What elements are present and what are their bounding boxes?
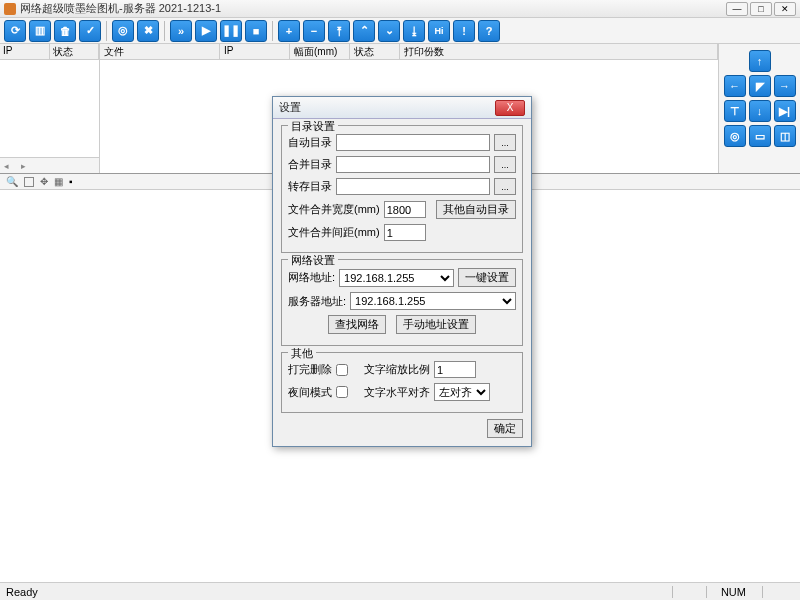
dialog-titlebar[interactable]: 设置 X bbox=[273, 97, 531, 119]
minimize-button[interactable]: — bbox=[726, 2, 748, 16]
col-width: 幅面(mm) bbox=[290, 44, 350, 59]
fast-forward-icon[interactable]: » bbox=[170, 20, 192, 42]
auto-dir-browse-button[interactable]: ... bbox=[494, 134, 516, 151]
other-auto-dir-button[interactable]: 其他自动目录 bbox=[436, 200, 516, 219]
delete-icon[interactable]: 🗑 bbox=[54, 20, 76, 42]
move-up-icon[interactable]: ⭱ bbox=[328, 20, 350, 42]
stop-icon[interactable]: ■ bbox=[245, 20, 267, 42]
dialog-close-button[interactable]: X bbox=[495, 100, 525, 116]
merge-dir-input[interactable] bbox=[336, 156, 490, 173]
auto-dir-input[interactable] bbox=[336, 134, 490, 151]
merge-dir-browse-button[interactable]: ... bbox=[494, 156, 516, 173]
network-group: 网络设置 网络地址: 192.168.1.255 一键设置 服务器地址: 192… bbox=[281, 259, 523, 346]
nav-panel: ↑ ← ◤ → ⊤ ↓ ▶| ◎ ▭ ◫ bbox=[718, 44, 800, 173]
zoom-icon[interactable]: 🔍 bbox=[6, 176, 18, 187]
settings-dialog: 设置 X 目录设置 自动目录 ... 合并目录 ... 转存目录 ... 文件合… bbox=[272, 96, 532, 447]
one-click-button[interactable]: 一键设置 bbox=[458, 268, 516, 287]
window-titlebar: 网络超级喷墨绘图机-服务器 2021-1213-1 — □ ✕ bbox=[0, 0, 800, 18]
hi-button[interactable]: Hi bbox=[428, 20, 450, 42]
fit-icon[interactable] bbox=[24, 177, 34, 187]
col-copies: 打印份数 bbox=[400, 44, 718, 59]
directory-group: 目录设置 自动目录 ... 合并目录 ... 转存目录 ... 文件合并宽度(m… bbox=[281, 125, 523, 253]
status-blank1 bbox=[672, 586, 704, 598]
nav-top-icon[interactable]: ⊤ bbox=[724, 100, 746, 122]
nav-center-icon[interactable]: ◤ bbox=[749, 75, 771, 97]
expand-down-icon[interactable]: ⌄ bbox=[378, 20, 400, 42]
manual-addr-button[interactable]: 手动地址设置 bbox=[396, 315, 476, 334]
col-status2: 状态 bbox=[350, 44, 400, 59]
save-dir-browse-button[interactable]: ... bbox=[494, 178, 516, 195]
nav-rect-icon[interactable]: ▭ bbox=[749, 125, 771, 147]
col-status: 状态 bbox=[50, 44, 100, 59]
device-list-footer: ◂▸ bbox=[0, 157, 99, 173]
status-num: NUM bbox=[706, 586, 760, 598]
merge-width-label: 文件合并宽度(mm) bbox=[288, 202, 380, 217]
close-button[interactable]: ✕ bbox=[774, 2, 796, 16]
network-group-label: 网络设置 bbox=[288, 253, 338, 268]
nav-origin-icon[interactable]: ◎ bbox=[724, 125, 746, 147]
save-dir-label: 转存目录 bbox=[288, 179, 332, 194]
collapse-up-icon[interactable]: ⌃ bbox=[353, 20, 375, 42]
night-mode-checkbox[interactable] bbox=[336, 386, 348, 398]
nav-end-icon[interactable]: ▶| bbox=[774, 100, 796, 122]
nav-left-icon[interactable]: ← bbox=[724, 75, 746, 97]
night-mode-label: 夜间模式 bbox=[288, 385, 332, 400]
help-icon[interactable]: ? bbox=[478, 20, 500, 42]
merge-dir-label: 合并目录 bbox=[288, 157, 332, 172]
text-align-label: 文字水平对齐 bbox=[364, 385, 430, 400]
device-list-body[interactable] bbox=[0, 60, 99, 157]
nav-doc-icon[interactable]: ◫ bbox=[774, 125, 796, 147]
merge-gap-input[interactable] bbox=[384, 224, 426, 241]
maximize-button[interactable]: □ bbox=[750, 2, 772, 16]
nav-right-icon[interactable]: → bbox=[774, 75, 796, 97]
dialog-title: 设置 bbox=[279, 100, 495, 115]
text-scale-label: 文字缩放比例 bbox=[364, 362, 430, 377]
columns-icon[interactable]: ▥ bbox=[29, 20, 51, 42]
target-icon[interactable]: ◎ bbox=[112, 20, 134, 42]
app-icon bbox=[4, 3, 16, 15]
find-network-button[interactable]: 查找网络 bbox=[328, 315, 386, 334]
window-title: 网络超级喷墨绘图机-服务器 2021-1213-1 bbox=[20, 1, 726, 16]
tools-icon[interactable]: ✖ bbox=[137, 20, 159, 42]
statusbar: Ready NUM bbox=[0, 582, 800, 600]
col-file: 文件 bbox=[100, 44, 220, 59]
move-down-icon[interactable]: ⭳ bbox=[403, 20, 425, 42]
delete-after-print-checkbox[interactable] bbox=[336, 364, 348, 376]
delete-after-print-label: 打完删除 bbox=[288, 362, 332, 377]
server-addr-select[interactable]: 192.168.1.255 bbox=[350, 292, 516, 310]
alert-icon[interactable]: ! bbox=[453, 20, 475, 42]
nav-up-icon[interactable]: ↑ bbox=[749, 50, 771, 72]
main-toolbar: ⟳ ▥ 🗑 ✓ ◎ ✖ » ▶ ❚❚ ■ + − ⭱ ⌃ ⌄ ⭳ Hi ! ? bbox=[0, 18, 800, 44]
plus-icon[interactable]: + bbox=[278, 20, 300, 42]
col-ip: IP bbox=[0, 44, 50, 59]
ok-button[interactable]: 确定 bbox=[487, 419, 523, 438]
check-icon[interactable]: ✓ bbox=[79, 20, 101, 42]
save-icon[interactable]: ▪ bbox=[69, 176, 73, 187]
server-addr-label: 服务器地址: bbox=[288, 294, 346, 309]
col-ip2: IP bbox=[220, 44, 290, 59]
device-list-panel: IP 状态 ◂▸ bbox=[0, 44, 100, 173]
net-addr-label: 网络地址: bbox=[288, 270, 335, 285]
status-blank2 bbox=[762, 586, 794, 598]
text-align-select[interactable]: 左对齐 bbox=[434, 383, 490, 401]
directory-group-label: 目录设置 bbox=[288, 119, 338, 134]
merge-gap-label: 文件合并间距(mm) bbox=[288, 225, 380, 240]
net-addr-select[interactable]: 192.168.1.255 bbox=[339, 269, 454, 287]
auto-dir-label: 自动目录 bbox=[288, 135, 332, 150]
minus-icon[interactable]: − bbox=[303, 20, 325, 42]
pause-icon[interactable]: ❚❚ bbox=[220, 20, 242, 42]
merge-width-input[interactable] bbox=[384, 201, 426, 218]
cursor-icon[interactable]: ✥ bbox=[40, 176, 48, 187]
refresh-icon[interactable]: ⟳ bbox=[4, 20, 26, 42]
status-ready: Ready bbox=[6, 586, 672, 598]
other-group-label: 其他 bbox=[288, 346, 316, 361]
other-group: 其他 打完删除 文字缩放比例 夜间模式 文字水平对齐 左对齐 bbox=[281, 352, 523, 413]
play-icon[interactable]: ▶ bbox=[195, 20, 217, 42]
nav-down-icon[interactable]: ↓ bbox=[749, 100, 771, 122]
save-dir-input[interactable] bbox=[336, 178, 490, 195]
text-scale-input[interactable] bbox=[434, 361, 476, 378]
grid-icon[interactable]: ▦ bbox=[54, 176, 63, 187]
